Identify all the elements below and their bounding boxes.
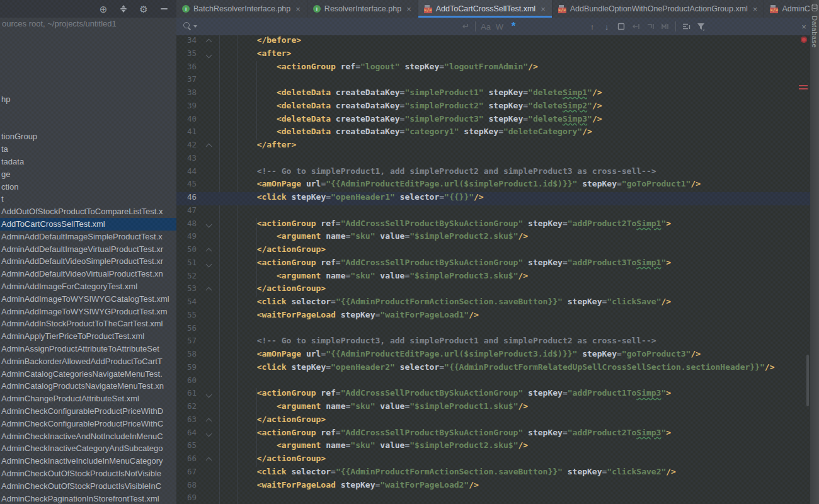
tree-item[interactable]: AdminAddDefaultVideoVirtualProductTest.x… bbox=[0, 268, 176, 280]
line-number[interactable]: 37 bbox=[176, 74, 200, 88]
line-number[interactable]: 50 bbox=[176, 244, 200, 258]
search-input[interactable] bbox=[199, 18, 451, 35]
line-number[interactable]: 57 bbox=[176, 336, 200, 349]
newline-icon[interactable] bbox=[459, 20, 471, 33]
line-number[interactable]: 59 bbox=[176, 362, 200, 375]
line-number[interactable]: 51 bbox=[176, 258, 200, 271]
tree-item[interactable]: AdminApplyTierPriceToProductTest.xml bbox=[0, 330, 176, 343]
tree-item[interactable]: AdminAddInStockProductToTheCartTest.xml bbox=[0, 318, 176, 330]
gutter-fold-column[interactable] bbox=[200, 244, 217, 258]
add-occurrence-icon[interactable] bbox=[629, 20, 642, 33]
previous-occurrence-icon[interactable]: ↑ bbox=[586, 20, 598, 33]
close-tab-icon[interactable]: × bbox=[295, 4, 301, 14]
line-number[interactable]: 39 bbox=[176, 101, 200, 114]
line-number[interactable]: 44 bbox=[176, 166, 200, 180]
line-number[interactable]: 40 bbox=[176, 114, 200, 127]
line-number[interactable]: 68 bbox=[176, 480, 200, 493]
next-occurrence-icon[interactable]: ↓ bbox=[600, 20, 613, 33]
tree-item[interactable]: AdminCatalogProductsNavigateMenuTest.xn bbox=[0, 380, 176, 392]
fold-collapse-icon[interactable] bbox=[206, 287, 212, 294]
error-indicator-badge[interactable] bbox=[801, 37, 807, 43]
fold-collapse-icon[interactable] bbox=[206, 418, 212, 424]
error-stripe-mark[interactable] bbox=[799, 88, 808, 89]
tree-item[interactable]: AdminCheckConfigurableProductPriceWithC bbox=[0, 418, 176, 430]
line-number[interactable]: 56 bbox=[176, 323, 200, 336]
line-number[interactable]: 67 bbox=[176, 467, 200, 480]
line-number[interactable]: 53 bbox=[176, 284, 200, 297]
gutter-fold-column[interactable] bbox=[200, 35, 217, 49]
line-number[interactable]: 43 bbox=[176, 153, 200, 166]
line-number[interactable]: 45 bbox=[176, 179, 200, 192]
editor-tab[interactable]: </>AddToCartCrossSellTest.xml× bbox=[418, 0, 553, 18]
line-number[interactable]: 60 bbox=[176, 375, 200, 389]
line-number[interactable]: 49 bbox=[176, 231, 200, 244]
line-number[interactable]: 63 bbox=[176, 415, 200, 428]
line-number[interactable]: 46 bbox=[176, 192, 200, 205]
line-number[interactable]: 58 bbox=[176, 349, 200, 362]
locate-icon[interactable]: ⊕ bbox=[98, 4, 108, 14]
open-results-icon[interactable] bbox=[680, 20, 693, 33]
regex-icon[interactable]: * bbox=[507, 20, 520, 33]
line-number[interactable]: 48 bbox=[176, 219, 200, 232]
tree-item[interactable]: AdminChangeProductAttributeSet.xml bbox=[0, 392, 176, 405]
line-number[interactable]: 69 bbox=[176, 493, 200, 504]
tree-item[interactable]: AdminAddDefaultVideoSimpleProductTest.xr bbox=[0, 255, 176, 268]
tree-item[interactable]: tionGroup bbox=[0, 130, 176, 143]
line-number[interactable]: 34 bbox=[176, 35, 200, 49]
line-number[interactable]: 66 bbox=[176, 454, 200, 467]
close-tab-icon[interactable]: × bbox=[541, 4, 546, 14]
editor-scrollbar-thumb[interactable] bbox=[806, 355, 809, 406]
editor-tab[interactable]: </>AddBundleOptionWithOneProductActionGr… bbox=[553, 0, 765, 18]
gutter-fold-column[interactable] bbox=[200, 428, 217, 441]
fold-expand-icon[interactable] bbox=[206, 52, 212, 58]
find-in-selection-icon[interactable] bbox=[615, 20, 627, 33]
line-number[interactable]: 38 bbox=[176, 88, 200, 101]
settings-icon[interactable]: ⚙ bbox=[139, 4, 149, 14]
close-tab-icon[interactable]: × bbox=[406, 4, 411, 14]
gutter-fold-column[interactable] bbox=[200, 140, 217, 153]
fold-collapse-icon[interactable] bbox=[206, 38, 212, 45]
tree-item[interactable]: ction bbox=[0, 181, 176, 193]
close-find-bar-icon[interactable]: × bbox=[798, 18, 810, 35]
tree-item[interactable]: ta bbox=[0, 143, 176, 156]
line-number[interactable]: 55 bbox=[176, 310, 200, 323]
tree-item[interactable]: AdminCheckInactiveIncludeInMenuCategory bbox=[0, 455, 176, 467]
editor-tab[interactable]: </>AdminCate bbox=[764, 0, 810, 18]
tree-item[interactable]: AdminCheckOutOfStockProductIsVisibleInC bbox=[0, 480, 176, 493]
tree-item[interactable]: AdminAssignProductAttributeToAttributeSe… bbox=[0, 343, 176, 355]
line-number[interactable]: 35 bbox=[176, 49, 200, 62]
line-number[interactable]: 61 bbox=[176, 388, 200, 401]
words-icon[interactable]: W bbox=[493, 20, 506, 33]
tree-item[interactable]: AdminAddImageToWYSIWYGProductTest.xm bbox=[0, 306, 176, 318]
gutter-fold-column[interactable] bbox=[200, 284, 217, 297]
tree-item[interactable]: AdminCheckInactiveAndNotIncludeInMenuC bbox=[0, 430, 176, 443]
collapse-all-icon[interactable] bbox=[118, 4, 129, 14]
tree-item[interactable]: AdminCheckPaginationInStorefrontTest.xml bbox=[0, 493, 176, 504]
tree-item[interactable]: t bbox=[0, 193, 176, 205]
gutter-fold-column[interactable] bbox=[200, 258, 217, 271]
tree-item[interactable]: AdminCatalogCategoriesNavigateMenuTest. bbox=[0, 368, 176, 381]
search-icon[interactable] bbox=[183, 18, 193, 35]
tree-item[interactable]: AdminAddDefaultImageSimpleProductTest.x bbox=[0, 231, 176, 243]
line-number[interactable]: 47 bbox=[176, 205, 200, 219]
tree-item[interactable]: AdminAddImageToWYSIWYGCatalogTest.xml bbox=[0, 293, 176, 306]
fold-collapse-icon[interactable] bbox=[206, 143, 212, 149]
editor-tab[interactable]: IBatchResolverInterface.php× bbox=[176, 0, 307, 18]
tree-item[interactable]: AdminCheckConfigurableProductPriceWithD bbox=[0, 405, 176, 418]
filter-icon[interactable] bbox=[695, 20, 707, 33]
fold-expand-icon[interactable] bbox=[206, 392, 212, 398]
gutter-fold-column[interactable] bbox=[200, 415, 217, 428]
line-number[interactable]: 42 bbox=[176, 140, 200, 153]
match-case-icon[interactable]: Aa bbox=[479, 20, 492, 33]
tree-item[interactable]: AdminAddImageForCategoryTest.xml bbox=[0, 280, 176, 293]
fold-expand-icon[interactable] bbox=[206, 222, 212, 228]
tree-item[interactable]: AdminBackorderAllowedAddProductToCartT bbox=[0, 355, 176, 368]
gutter-fold-column[interactable] bbox=[200, 219, 217, 232]
line-number[interactable]: 65 bbox=[176, 440, 200, 454]
line-number[interactable]: 36 bbox=[176, 62, 200, 75]
gutter-fold-column[interactable] bbox=[200, 388, 217, 401]
tree-item[interactable]: AddToCartCrossSellTest.xml bbox=[0, 218, 176, 231]
hide-panel-icon[interactable] bbox=[159, 4, 169, 14]
error-stripe-mark[interactable] bbox=[799, 85, 808, 86]
tree-item[interactable]: AdminCheckInactiveCategoryAndSubcatego bbox=[0, 442, 176, 455]
